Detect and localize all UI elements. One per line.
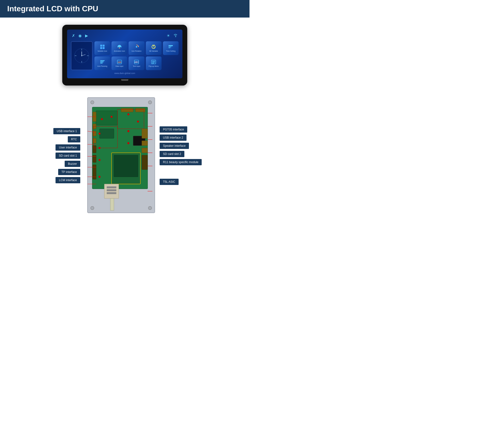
brightness-icon: ☀ xyxy=(166,33,170,38)
tile-animation-icon-label: Animation Icon xyxy=(114,50,125,52)
svg-rect-45 xyxy=(135,108,145,112)
svg-rect-17 xyxy=(168,47,171,47)
tile-popup-menu-label: Pop-up Menu xyxy=(149,65,159,67)
svg-point-48 xyxy=(111,116,113,118)
tile-text-input-label: Text Input xyxy=(133,65,140,67)
right-labels: PGT05 interface USB interface 2 Speaker … xyxy=(160,95,213,216)
svg-rect-9 xyxy=(100,45,102,47)
board-section: USB interface 1 RTC User interface SD ca… xyxy=(5,95,245,216)
svg-point-0 xyxy=(175,36,176,37)
svg-point-14 xyxy=(136,46,137,48)
left-labels: USB interface 1 RTC User interface SD ca… xyxy=(37,95,80,216)
svg-rect-69 xyxy=(142,148,148,153)
svg-point-50 xyxy=(137,121,139,123)
tile-icon-rotation-label: Icon Rotation xyxy=(132,50,141,52)
svg-rect-29 xyxy=(152,63,154,64)
svg-rect-65 xyxy=(107,192,116,194)
svg-rect-64 xyxy=(107,189,116,191)
svg-point-56 xyxy=(99,176,100,178)
lcd-menu-grid: Variable Icon Animation Icon xyxy=(95,41,179,70)
tile-popup-menu[interactable]: Pop-up Menu xyxy=(146,56,162,70)
lcd-clock-display xyxy=(71,41,93,70)
svg-rect-21 xyxy=(100,63,103,64)
tile-icon-rotation[interactable]: Icon Rotation xyxy=(129,41,144,55)
label-tp-interface: TP interface xyxy=(58,169,80,175)
svg-rect-63 xyxy=(107,186,116,188)
svg-rect-44 xyxy=(121,108,133,112)
svg-point-32 xyxy=(148,101,152,104)
label-sd-card-slot-2: SD card slot 2 xyxy=(160,151,184,157)
svg-rect-46 xyxy=(100,129,114,138)
svg-point-33 xyxy=(91,206,94,210)
wifi-icon xyxy=(173,34,178,38)
svg-point-51 xyxy=(99,133,100,134)
svg-rect-10 xyxy=(103,45,105,47)
svg-rect-66 xyxy=(110,198,114,210)
page-title: Integrated LCD with CPU xyxy=(7,4,242,13)
lcd-content: Variable Icon Animation Icon xyxy=(71,41,179,70)
svg-rect-16 xyxy=(168,45,173,46)
svg-rect-18 xyxy=(168,48,170,48)
center-board xyxy=(80,95,160,216)
tile-variable-icon-label: Variable Icon xyxy=(97,50,107,52)
label-rtc: RTC xyxy=(68,136,80,143)
label-lcm-interface: LCM interface xyxy=(55,177,80,183)
svg-text:ABC: ABC xyxy=(134,61,139,63)
svg-rect-67 xyxy=(142,129,148,138)
svg-point-55 xyxy=(99,159,100,161)
tile-data-input-label: Data Input xyxy=(116,65,123,67)
tile-bit-variable[interactable]: Bit Variable xyxy=(146,41,162,55)
svg-rect-41 xyxy=(93,145,96,153)
settings-icon: ✗ xyxy=(72,33,75,38)
label-pgt05-interface: PGT05 interface xyxy=(160,126,187,133)
lcd-top-bar: ✗ ◉ ▶ ☀ xyxy=(71,33,179,38)
svg-rect-68 xyxy=(142,141,148,145)
tile-text-input[interactable]: ABC Text Input xyxy=(129,56,144,70)
tile-bit-variable-label: Bit Variable xyxy=(150,50,158,52)
label-sd-card-slot-1: SD card slot 1 xyxy=(55,153,80,159)
label-usb-interface-2: USB interface 2 xyxy=(160,134,186,141)
svg-point-8 xyxy=(81,55,82,56)
svg-rect-58 xyxy=(114,155,138,177)
label-usb-interface-1: USB interface 1 xyxy=(53,128,80,134)
lcd-screen: ✗ ◉ ▶ ☀ xyxy=(67,30,183,78)
svg-point-31 xyxy=(91,101,94,104)
svg-text:123: 123 xyxy=(117,61,121,64)
lcd-section: ✗ ◉ ▶ ☀ xyxy=(0,25,250,85)
svg-line-7 xyxy=(82,55,85,56)
lcd-top-left-icons: ✗ ◉ ▶ xyxy=(72,33,88,38)
svg-rect-36 xyxy=(96,111,117,125)
tile-icon-panning[interactable]: Icon Panning xyxy=(95,56,110,70)
lcd-frame: ✗ ◉ ▶ ☀ xyxy=(62,25,187,85)
page-header: Integrated LCD with CPU xyxy=(0,0,250,17)
tile-icon-panning-label: Icon Panning xyxy=(97,65,107,67)
svg-point-54 xyxy=(127,142,129,144)
board-svg xyxy=(80,95,160,215)
svg-rect-70 xyxy=(142,155,148,170)
svg-rect-20 xyxy=(100,62,104,62)
svg-rect-28 xyxy=(152,62,155,63)
svg-rect-27 xyxy=(152,61,155,62)
label-speaker-interface: Speaker interface xyxy=(160,143,189,149)
svg-point-47 xyxy=(101,118,103,120)
svg-rect-12 xyxy=(103,47,105,49)
label-t5l-asic: T5L ASIC xyxy=(160,179,179,185)
label-user-interface: User interface xyxy=(55,144,80,151)
svg-rect-11 xyxy=(100,47,102,49)
tile-data-input[interactable]: 123 Data Input xyxy=(112,56,127,70)
svg-rect-43 xyxy=(93,165,96,179)
svg-point-49 xyxy=(127,113,129,115)
play-icon: ▶ xyxy=(85,33,88,38)
svg-rect-40 xyxy=(93,138,96,143)
tile-animation-icon[interactable]: Animation Icon xyxy=(112,41,127,55)
lcd-website-text: www.dwin-global.com xyxy=(71,72,179,75)
svg-point-52 xyxy=(127,130,129,132)
label-buzzer: Buzzer xyxy=(65,161,80,167)
tile-time-setting-label: Time Setting xyxy=(166,50,175,52)
lcd-top-right-icons: ☀ xyxy=(166,33,178,38)
svg-rect-19 xyxy=(100,60,105,61)
tile-time-setting[interactable]: Time Setting xyxy=(163,41,179,55)
label-r11-beauty: R11 beauty specific module xyxy=(160,159,202,165)
camera-icon: ◉ xyxy=(78,33,82,38)
tile-variable-icon[interactable]: Variable Icon xyxy=(95,41,110,55)
